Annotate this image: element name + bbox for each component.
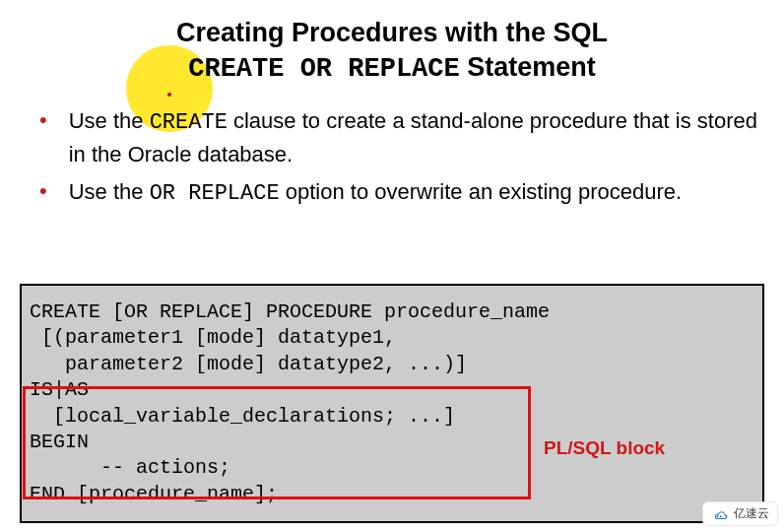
watermark-badge: 亿速云 xyxy=(702,501,778,526)
bullet-text: Use the OR REPLACE option to overwrite a… xyxy=(69,176,682,210)
title-line-1: Creating Procedures with the SQL xyxy=(0,18,784,48)
watermark-text: 亿速云 xyxy=(734,505,769,522)
code-line: -- actions; xyxy=(30,455,754,481)
svg-point-1 xyxy=(720,515,722,517)
code-line: END [procedure_name]; xyxy=(30,482,754,507)
title-suffix: Statement xyxy=(460,52,596,82)
plsql-block-label: PL/SQL block xyxy=(544,437,665,459)
bullet-marker: • xyxy=(39,105,47,135)
list-item: • Use the OR REPLACE option to overwrite… xyxy=(39,176,764,210)
code-line: [(parameter1 [mode] datatype1, xyxy=(30,325,754,351)
svg-point-0 xyxy=(717,515,719,517)
code-line: [local_variable_declarations; ...] xyxy=(30,404,754,430)
code-line: parameter2 [mode] datatype2, ...)] xyxy=(30,352,754,377)
cloud-icon xyxy=(711,508,729,520)
bullet-fragment: Use the xyxy=(69,179,150,204)
code-line: IS|AS xyxy=(30,377,754,403)
bullet-text: Use the CREATE clause to create a stand-… xyxy=(69,105,764,170)
title-code-fragment: CREATE OR REPLACE xyxy=(188,54,459,84)
list-item: • Use the CREATE clause to create a stan… xyxy=(39,105,764,170)
bullet-fragment: Use the xyxy=(69,108,150,133)
slide-title-area: Creating Procedures with the SQL CREATE … xyxy=(0,0,784,96)
bullet-marker: • xyxy=(39,176,47,206)
bullet-code: OR REPLACE xyxy=(150,181,280,206)
bullet-fragment: option to overwrite an existing procedur… xyxy=(280,179,682,204)
syntax-code-block: CREATE [OR REPLACE] PROCEDURE procedure_… xyxy=(20,284,764,523)
code-line: CREATE [OR REPLACE] PROCEDURE procedure_… xyxy=(30,299,754,325)
pointer-dot xyxy=(167,93,171,97)
title-line-2: CREATE OR REPLACE Statement xyxy=(0,52,784,84)
bullet-code: CREATE xyxy=(150,110,228,135)
bullet-list: • Use the CREATE clause to create a stan… xyxy=(0,105,784,210)
